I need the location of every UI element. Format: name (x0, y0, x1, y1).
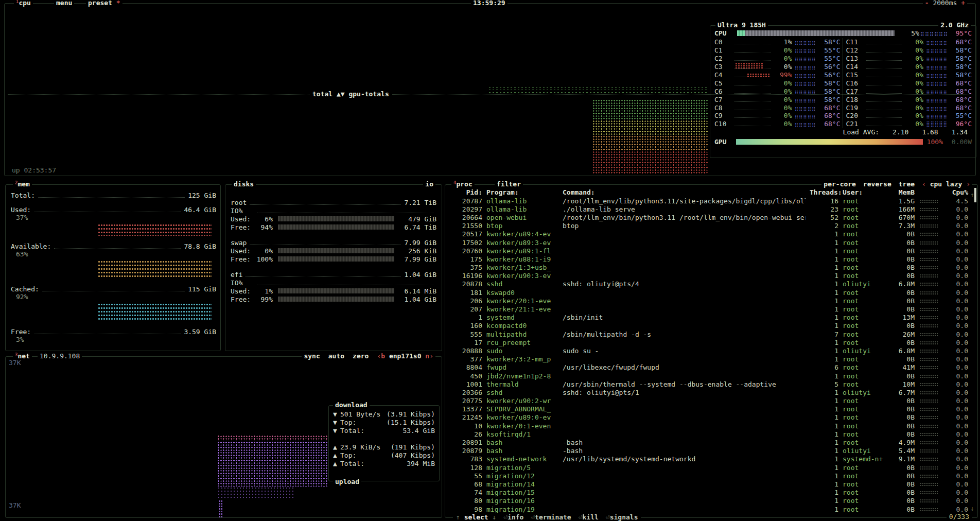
process-mem: 166M (892, 205, 915, 213)
process-row[interactable]: 20891 bash -bash 1 root 4.9M 0.0 (445, 438, 977, 446)
per-core-toggle[interactable]: per-core (824, 180, 856, 188)
process-row[interactable]: 1 systemd /sbin/init 1 root 13M 0.0 (445, 314, 977, 322)
process-row[interactable]: 16196 kworker/u90:3-ev 1 root 0B 0.0 (445, 272, 977, 280)
preset-button[interactable]: preset * (86, 0, 122, 7)
menu-button[interactable]: menu (54, 0, 74, 7)
core-temp: 68°C (950, 96, 972, 103)
process-row[interactable]: 20664 open-webui /root/llm_env/bin/pytho… (445, 213, 977, 221)
process-row[interactable]: 20760 kworker/u89:1-fl 1 root 0B 0.0 (445, 247, 977, 255)
core-name: C0 (714, 38, 731, 46)
gpu-graph-band-yellow (592, 120, 708, 135)
process-user: root (843, 397, 888, 405)
process-user: root (843, 464, 888, 472)
net-auto-button[interactable]: auto (328, 352, 344, 360)
net-sync-button[interactable]: sync (304, 352, 320, 360)
process-threads: 1 (810, 413, 838, 421)
process-row[interactable]: 10 kworker/0:1-even 1 root 0B 0.0 (445, 422, 977, 430)
process-row[interactable]: 20787 ollama-lib /root/llm_env/lib/pytho… (445, 197, 977, 205)
process-mem: 0B (892, 489, 915, 496)
reverse-toggle[interactable]: reverse (863, 180, 891, 188)
process-row[interactable]: 26 ksoftirqd/1 1 root 0B 0.0 (445, 430, 977, 438)
process-cpu: 0.0 (943, 363, 968, 371)
disk-used-row: Used: 1% 6.14 MiB (231, 287, 436, 295)
kill-button[interactable]: ⏎kill (579, 513, 599, 521)
process-row[interactable]: 55 migration/12 1 root 0B 0.0 (445, 472, 977, 480)
process-row[interactable]: 74 migration/15 1 root 0B 0.0 (445, 489, 977, 497)
process-row[interactable]: 181 kswapd0 1 root 0B 0.0 (445, 288, 977, 297)
process-row[interactable]: 98 migration/19 1 root 0B 0.0 (445, 505, 977, 513)
col-memb[interactable]: MemB (892, 188, 915, 196)
proc-scrollbar-thumb[interactable] (974, 188, 976, 202)
process-row[interactable]: 783 systemd-network /usr/lib/systemd/sys… (445, 455, 977, 463)
col-program[interactable]: Program: (486, 188, 558, 196)
process-pid: 13377 (449, 405, 482, 413)
signals-button[interactable]: ⏎signals (606, 513, 638, 521)
process-row[interactable]: 68 migration/14 1 root 0B 0.0 (445, 480, 977, 488)
process-row[interactable]: 375 kworker/1:3+usb_ 1 root 0B 0.0 (445, 264, 977, 272)
process-row[interactable]: 17502 kworker/u89:3-ev 1 root 0B 0.0 (445, 238, 977, 247)
col-pid[interactable]: Pid: (449, 188, 482, 196)
tab-cpu[interactable]: 1cpu (14, 0, 33, 7)
iface-prev-button[interactable]: ‹b (377, 352, 385, 360)
process-mem: 0B (892, 272, 915, 280)
process-row[interactable]: 450 jbd2/nvme1n1p2-8 1 root 0B 0.0 (445, 372, 977, 380)
process-mem: 0B (892, 397, 915, 405)
cpu-core-row: C18 0% ⣶⣶⣶⣶⣶ 68°C (846, 95, 972, 103)
scroll-down-icon[interactable]: ↓ (970, 505, 974, 512)
process-row[interactable]: 20879 bash -bash 1 oliutyi 5.4M 0.0 (445, 447, 977, 455)
process-program: systemd (486, 314, 558, 321)
interval-plus-button[interactable]: + (961, 0, 965, 7)
process-row[interactable]: 20366 sshd sshd: oliutyi@pts/1 1 oliutyi… (445, 388, 977, 396)
info-button[interactable]: ⏎info (503, 513, 523, 521)
core-history-graph (866, 48, 902, 53)
process-row[interactable]: 160 kcompactd0 1 root 0B 0.0 (445, 322, 977, 330)
process-row[interactable]: 1001 thermald /usr/sbin/thermald --syste… (445, 380, 977, 388)
net-stat-value: (15.1 Kibps) (387, 419, 435, 426)
process-row[interactable]: 20775 kworker/u90:2-wr 1 root 0B 0.0 (445, 397, 977, 405)
process-row[interactable]: 377 kworker/3:2-mm_p 1 root 0B 0.0 (445, 355, 977, 363)
process-program: migration/5 (486, 464, 558, 472)
net-zero-button[interactable]: zero (353, 352, 369, 360)
tab-proc[interactable]: 4proc (451, 180, 475, 188)
process-row[interactable]: 21550 btop btop 2 root 7.3M 0.0 (445, 222, 977, 230)
tab-mem[interactable]: 2mem (13, 180, 32, 188)
col-command[interactable]: Command: (563, 188, 806, 196)
iface-next-button[interactable]: n› (425, 352, 433, 360)
net-box: 3net 10.9.9.108 sync auto zero ‹b enp171… (5, 356, 442, 518)
interval-minus-button[interactable]: - (925, 0, 929, 7)
process-pid: 17 (449, 339, 482, 346)
disks-box-title[interactable]: disks (232, 180, 256, 188)
disk-used-label: Used: (231, 215, 254, 223)
process-mem: 0B (892, 480, 915, 488)
process-row[interactable]: 207 kworker/21:1-eve 1 root 0B 0.0 (445, 305, 977, 313)
core-temp: 68°C (819, 120, 841, 128)
process-row[interactable]: 21245 kworker/u89:0-ev 1 root 0B 0.0 (445, 413, 977, 422)
select-control[interactable]: ↑ select ↓ (456, 513, 496, 521)
core-load: 0% (774, 88, 792, 95)
process-row[interactable]: 20297 ollama-lib ./ollama-lib serve 23 r… (445, 205, 977, 213)
filter-button[interactable]: filter (495, 180, 523, 188)
core-load: 0% (905, 46, 923, 54)
col-cpu[interactable]: Cpu% (943, 188, 968, 196)
terminate-button[interactable]: ⏎terminate (531, 513, 571, 521)
io-mode-toggle[interactable]: io (423, 180, 435, 188)
gpu-graph-band-orange (592, 135, 708, 151)
process-row[interactable]: 20888 sudo sudo su - 1 oliutyi 6.8M 0.0 (445, 346, 977, 355)
gpu-totals-toggle[interactable]: total ▲▼ gpu-totals (309, 90, 392, 98)
process-row[interactable]: 175 kworker/u88:1-i9 1 root 0B 0.0 (445, 255, 977, 263)
tree-toggle[interactable]: tree (899, 180, 915, 188)
process-row[interactable]: 13377 SEPDRV_ABNORMAL_ 1 root 0B 0.0 (445, 405, 977, 413)
process-row[interactable]: 8804 fwupd /usr/libexec/fwupd/fwupd 6 ro… (445, 363, 977, 372)
sort-prev-button[interactable]: ‹ (922, 180, 926, 188)
process-row[interactable]: 128 migration/5 1 root 0B 0.0 (445, 463, 977, 472)
sort-next-button[interactable]: › (966, 180, 970, 188)
process-row[interactable]: 17 rcu_preempt 1 root 0B 0.0 (445, 338, 977, 346)
col-user[interactable]: User: (843, 188, 888, 196)
process-row[interactable]: 555 multipathd /sbin/multipathd -d -s 7 … (445, 330, 977, 338)
process-row[interactable]: 20517 kworker/u89:4-ev 1 root 0B 0.0 (445, 230, 977, 238)
process-row[interactable]: 20878 sshd sshd: oliutyi@pts/4 1 oliutyi… (445, 280, 977, 288)
col-threads[interactable]: Threads: (810, 188, 838, 196)
process-row[interactable]: 80 migration/16 1 root 0B 0.0 (445, 497, 977, 505)
scroll-up-icon[interactable]: ↑ (970, 191, 974, 199)
process-row[interactable]: 206 kworker/20:1-eve 1 root 0B 0.0 (445, 297, 977, 305)
